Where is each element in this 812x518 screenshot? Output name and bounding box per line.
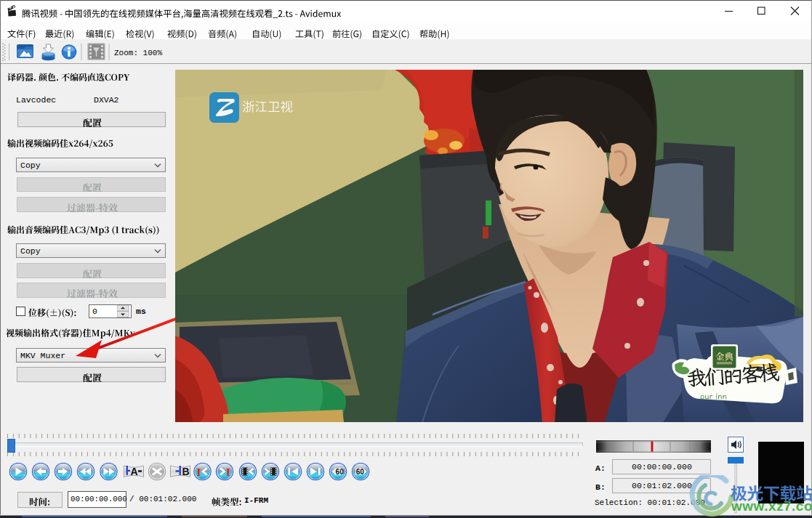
svg-text:I: I (197, 466, 201, 477)
svg-text:B: B (182, 465, 190, 477)
svg-text:60: 60 (356, 467, 365, 475)
svg-text:60: 60 (336, 467, 345, 475)
svg-text:I: I (226, 466, 230, 477)
svg-text:A: A (131, 465, 138, 477)
